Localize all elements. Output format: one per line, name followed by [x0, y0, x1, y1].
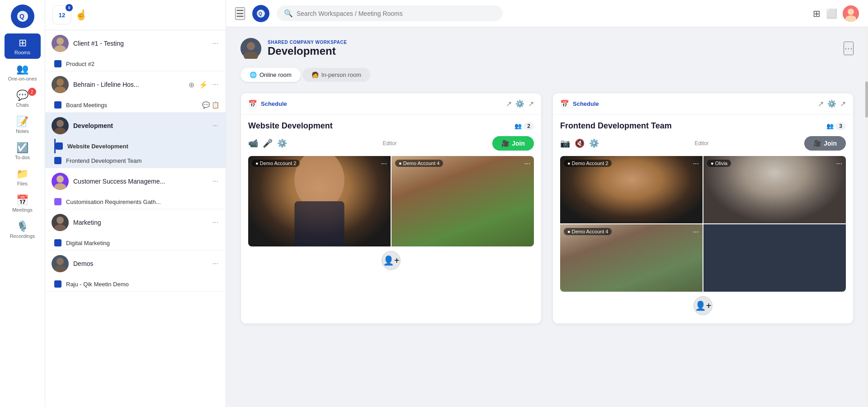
settings-button-frontend[interactable]: ⚙️ [827, 99, 836, 108]
nav-chats-label: Chats [16, 102, 29, 108]
nav-item-todos[interactable]: ☑️ To-dos [5, 138, 41, 164]
nav-notes-label: Notes [16, 128, 29, 134]
notes-icon: 📝 [16, 116, 28, 128]
more-btn-customer[interactable]: ··· [212, 176, 219, 186]
nav-item-chats[interactable]: 2 💬 Chats [5, 86, 41, 111]
nav-item-recordings[interactable]: 🎙️ Recordings [5, 217, 41, 242]
video-more-demo4-website[interactable]: ··· [524, 160, 530, 168]
sub-item-digital[interactable]: Digital Marketing [54, 236, 226, 250]
sub-item-raju[interactable]: Raju - Qik Meetin Demo [54, 277, 226, 291]
add-btn-behrain[interactable]: ⊕ [188, 80, 195, 90]
nav-item-one-on-ones[interactable]: 👥 One-on-ones [5, 60, 41, 85]
card-title-website: Website Development [248, 121, 333, 131]
user-avatar[interactable] [843, 5, 859, 22]
workspace-title: Development [268, 45, 837, 57]
card-header-frontend: 📅 Schedule ↗ ⚙️ ↗ [553, 93, 853, 115]
settings-button-website[interactable]: ⚙️ [515, 99, 524, 108]
nav-item-rooms[interactable]: ⊞ Rooms [5, 33, 41, 59]
more-btn-development[interactable]: ··· [212, 121, 219, 131]
sub-item-name-frontend: Frontend Development Team [66, 157, 142, 164]
search-bar[interactable]: 🔍 [277, 5, 503, 21]
card-header-website: 📅 Schedule ↗ ⚙️ ↗ [241, 93, 541, 115]
share-button-frontend[interactable]: ↗ [818, 99, 824, 108]
nav-item-meetings[interactable]: 📅 Meetings [5, 191, 41, 216]
camera-off-button-frontend[interactable]: 📷 [560, 138, 570, 148]
sub-item-dot-digital [54, 239, 61, 246]
sidebar-group-customer: Customer Success Manageme... ··· Customi… [45, 168, 226, 209]
more-btn-marketing[interactable]: ··· [212, 218, 219, 227]
group-more-client1[interactable]: ··· [212, 38, 219, 48]
group-actions-client1: ··· [212, 38, 219, 48]
group-header-marketing[interactable]: Marketing ··· [45, 209, 226, 236]
search-input[interactable] [297, 10, 495, 17]
nav-item-files[interactable]: 📁 Files [5, 165, 41, 190]
svg-point-4 [57, 79, 64, 86]
video-more-demo4-frontend[interactable]: ··· [693, 228, 699, 236]
sub-item-dot-custom [54, 198, 61, 205]
sub-item-frontend[interactable]: Frontend Development Team [54, 153, 226, 168]
calendar-button[interactable]: 12 0 [52, 5, 71, 24]
settings-media-website[interactable]: ⚙️ [277, 138, 287, 148]
group-header-demos[interactable]: Demos ··· [45, 251, 226, 277]
group-header-client1[interactable]: Client #1 - Testing ··· [45, 30, 226, 57]
participants-badge-website: 👥 2 [514, 122, 534, 130]
video-more-demo2-frontend[interactable]: ··· [693, 160, 699, 168]
expand-button-frontend[interactable]: ↗ [840, 99, 846, 108]
video-more-demo2-website[interactable]: ··· [381, 160, 387, 168]
sidebar-group-client1: Client #1 - Testing ··· Product #2 [45, 30, 226, 71]
group-name-customer: Customer Success Manageme... [73, 178, 207, 185]
recordings-icon: 🎙️ [16, 221, 28, 232]
group-name-client1: Client #1 - Testing [73, 40, 207, 47]
mic-button-website[interactable]: 🎤 [263, 138, 273, 148]
settings-media-frontend[interactable]: ⚙️ [589, 138, 599, 148]
sub-item-board[interactable]: Board Meetings 💬 📋 [54, 98, 226, 112]
group-header-behrain[interactable]: Behrain - Lifeline Hos... ⊕ ⚡ ··· [45, 71, 226, 98]
group-avatar-demos [52, 255, 69, 272]
sidebar: 12 0 ☝️ Client #1 - Testing ··· Product … [45, 0, 226, 407]
card-body-website: Website Development 👥 2 📹 🎤 ⚙️ Editor [241, 115, 541, 278]
group-actions-behrain: ⊕ ⚡ ··· [188, 80, 219, 90]
mic-off-button-frontend[interactable]: 🔇 [575, 138, 585, 148]
group-header-development[interactable]: Development ··· [45, 113, 226, 139]
tab-online-room[interactable]: 🌐 Online room [241, 68, 301, 82]
more-btn-behrain[interactable]: ··· [212, 80, 219, 90]
group-header-customer[interactable]: Customer Success Manageme... ··· [45, 168, 226, 194]
split-view-button[interactable]: ⬜ [826, 8, 837, 19]
nav-recordings-label: Recordings [10, 233, 35, 239]
add-participant-button-website[interactable]: 👤+ [382, 251, 401, 270]
svg-point-13 [54, 265, 66, 272]
sub-item-website-dev[interactable]: Website Development [54, 139, 226, 153]
video-cell-demo-account-2: ● Demo Account 2 ··· [248, 156, 391, 246]
schedule-label-frontend: Schedule [573, 100, 599, 107]
video-more-olivia[interactable]: ··· [836, 160, 842, 168]
nav-todos-label: To-dos [15, 155, 30, 160]
sub-item-product2[interactable]: Product #2 [54, 57, 226, 71]
tab-in-person-room[interactable]: 🧑 In-person room [302, 68, 370, 82]
hamburger-button[interactable]: ☰ [235, 7, 245, 20]
sub-items-demos: Raju - Qik Meetin Demo [45, 277, 226, 291]
share-button-website[interactable]: ↗ [506, 99, 512, 108]
sidebar-list: Client #1 - Testing ··· Product #2 Behra… [45, 30, 226, 407]
schedule-icon-website: 📅 [248, 99, 257, 108]
sub-item-customisation[interactable]: Customisation Requirements Gath... [54, 194, 226, 209]
sub-item-name-custom: Customisation Requirements Gath... [66, 199, 161, 205]
lightning-btn-behrain[interactable]: ⚡ [198, 80, 209, 90]
workspace-more-button[interactable]: ··· [844, 42, 854, 55]
room-tabs: 🌐 Online room 🧑 In-person room [241, 68, 854, 82]
nav-meetings-label: Meetings [12, 207, 33, 213]
grid-view-button[interactable]: ⊞ [813, 8, 821, 19]
expand-button-website[interactable]: ↗ [528, 99, 534, 108]
camera-button-website[interactable]: 📹 [248, 138, 258, 148]
card-title-frontend: Frontend Development Team [560, 121, 672, 131]
join-button-frontend[interactable]: 🎥 Join [804, 136, 846, 151]
nav-item-notes[interactable]: 📝 Notes [5, 112, 41, 137]
group-actions-development: ··· [212, 121, 219, 131]
join-button-website[interactable]: 🎥 Join [492, 136, 534, 151]
participants-badge-frontend: 👥 3 [826, 122, 846, 130]
participants-icon-website: 👥 [514, 123, 522, 129]
card-title-row-website: Website Development 👥 2 [248, 121, 534, 131]
more-btn-demos[interactable]: ··· [212, 259, 219, 269]
add-participant-button-frontend[interactable]: 👤+ [693, 296, 712, 315]
group-name-behrain: Behrain - Lifeline Hos... [73, 81, 183, 88]
app-logo[interactable]: Q [11, 5, 34, 28]
